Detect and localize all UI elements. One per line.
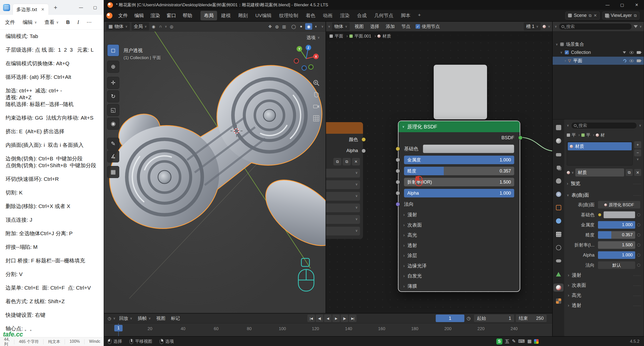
properties-section-row[interactable]: ›漫射······ [567, 270, 641, 280]
tool-cursor[interactable]: ⊕ [107, 61, 119, 73]
workspace-tab[interactable]: 纹理绘制 [275, 11, 302, 20]
animate-dot[interactable] [637, 223, 640, 226]
surface-shader-button[interactable]: 原理化 BSDF [598, 201, 640, 209]
animate-dot[interactable] [637, 213, 640, 216]
properties-section-row[interactable]: ›次表面······ [567, 280, 641, 290]
shader-menu-item[interactable]: 视图 [351, 22, 367, 30]
properties-editor[interactable]: ∨ 搜索 ∨ 平 平 材 材质 [553, 119, 644, 336]
animate-dot[interactable] [637, 233, 640, 236]
normal-socket[interactable] [396, 202, 400, 206]
tool-box-select[interactable]: ◻ [107, 44, 119, 56]
timeline-menu-item[interactable]: 视图 [153, 314, 168, 322]
timeline-ruler[interactable]: 1 20406080100120140160180200220240 [104, 323, 552, 336]
menubar-item[interactable]: 文件 [115, 11, 131, 20]
shader-editor[interactable]: ∨ 物体 ∨ 视图 选择 添加 节点 ✓ 使用节点 槽 1 ∨ ∨ [326, 21, 552, 313]
material-slot-list[interactable]: 材质 [567, 141, 633, 165]
workspace-tab[interactable]: 动画 [319, 11, 336, 20]
base-color-socket[interactable] [396, 147, 400, 151]
mode-dropdown[interactable]: ▦ 物体 ∨ [106, 22, 130, 30]
tab-constraint-properties[interactable] [553, 257, 564, 265]
more-options-icon[interactable]: ⋯ [87, 19, 92, 25]
alpha-slider[interactable]: Alpha 1.000 [404, 189, 514, 197]
principled-bsdf-node[interactable]: ∨ 原理化 BSDF BSDF 基础色 金属度 1.000 [398, 121, 520, 292]
gizmo-toggle-icon[interactable]: ✥ [267, 24, 273, 29]
remove-slot-button[interactable]: − [634, 149, 641, 156]
ior-socket[interactable] [396, 180, 400, 184]
normal-value-button[interactable]: 默认 [598, 261, 635, 269]
node-section-row[interactable]: ›透射 [398, 240, 520, 251]
workspace-tab[interactable]: 渲染 [336, 11, 353, 20]
tool-add-cube[interactable]: ▦ [107, 166, 119, 178]
tab-view-layer-properties[interactable] [553, 163, 564, 171]
playback-jump-start-button[interactable]: |◀ [307, 315, 315, 322]
panel-grip[interactable]: ······ [633, 294, 641, 297]
disable-render-icon[interactable] [637, 59, 641, 62]
outliner-row-scene-collection[interactable]: ∨ 场景集合 [553, 40, 644, 48]
projection-dropdown[interactable] [326, 180, 360, 189]
ime-toolbox[interactable]: ▦ [527, 338, 532, 344]
tool-measure[interactable]: ∡ [107, 150, 119, 162]
tab-texture-properties[interactable] [553, 297, 564, 305]
editor-type-icon[interactable]: ∨ [328, 25, 330, 28]
tool-transform[interactable]: ◉ [107, 118, 119, 130]
base-color-swatch[interactable] [423, 145, 514, 153]
tab-world-properties[interactable] [553, 190, 564, 198]
ime-grid-icon[interactable] [534, 339, 539, 344]
shading-solid-button[interactable]: ● [298, 23, 305, 30]
menubar-item[interactable]: 帮助 [179, 11, 195, 20]
close-button[interactable]: ✕ [629, 0, 644, 10]
properties-breadcrumb-item[interactable]: 平 [581, 132, 594, 138]
collection-checkbox[interactable]: ✓ [565, 50, 569, 54]
ime-badge-icon[interactable]: S [496, 338, 502, 344]
proportional-edit-icon[interactable]: ◎ [169, 24, 174, 29]
autokey-clock-icon[interactable]: ◷ [467, 316, 471, 321]
duplicate-image-icon[interactable]: ⧉ [343, 158, 351, 165]
breadcrumb-item[interactable]: 平面 [330, 33, 348, 39]
tab-close-icon[interactable]: ✕ [41, 7, 45, 12]
shading-material-button[interactable]: ◉ [305, 23, 312, 30]
image-texture-node[interactable]: 颜色 Alpha ⧉ ⧉ ✕ [326, 122, 363, 239]
properties-section-row[interactable]: ›高光······ [567, 290, 641, 300]
workspace-tab[interactable]: UV编辑 [252, 11, 275, 20]
tab-physics-properties[interactable] [553, 244, 564, 252]
roughness-socket[interactable] [396, 169, 400, 173]
tab-particle-properties[interactable] [553, 230, 564, 238]
workspace-tab[interactable]: 脚本 [397, 11, 414, 20]
node-section-row[interactable]: ›漫射 [398, 210, 520, 220]
metallic-slider[interactable]: 金属度 1.000 [404, 156, 514, 164]
current-frame-field[interactable]: 1 [436, 315, 464, 322]
notepad-menu-item[interactable]: 编辑 [23, 19, 37, 26]
timeline-editor-icon[interactable]: ◷ [107, 316, 112, 321]
expand-icon[interactable]: › [565, 59, 566, 62]
panel-grip[interactable]: ······ [633, 284, 641, 287]
minimize-button[interactable]: — [600, 0, 615, 10]
color-output-socket[interactable] [361, 137, 366, 142]
image-source-dropdown[interactable] [326, 227, 360, 235]
shader-type-dropdown[interactable]: 物体 ∨ [332, 22, 350, 30]
roughness-slider[interactable]: 0.357 [598, 231, 635, 239]
properties-section-row[interactable]: ›透射······ [567, 300, 641, 310]
frame-end-field[interactable]: 结束 250 [516, 315, 547, 322]
node-section-row[interactable]: ›次表面 [398, 220, 520, 230]
outliner-search-input[interactable]: 搜索 [559, 23, 632, 30]
ior-slider[interactable]: 1.500 [598, 241, 635, 249]
timeline[interactable]: ◷ ∨ 回放 插帧 视图 标记 |◀ ◀| ◀ ▶ |▶ ▶| 1 ◷ 起始 1… [104, 313, 552, 336]
shader-menu-item[interactable]: 节点 [398, 22, 414, 30]
material-slot-dropdown[interactable]: 槽 1 ∨ [524, 22, 541, 30]
alpha-output-socket[interactable] [361, 149, 366, 153]
node-section-row[interactable]: ›涂层 [398, 251, 520, 261]
panel-grip[interactable]: ······ [633, 193, 641, 197]
notepad-text-area[interactable]: 编辑模式: Tab 子层级选择: 点 线 面: 1 2 3 元素: L 在编辑模… [0, 30, 104, 337]
tab-render-properties[interactable] [553, 137, 564, 145]
panel-grip[interactable]: ······ [633, 304, 641, 307]
ime-mode[interactable]: 五 [505, 338, 509, 344]
animate-dot[interactable] [637, 264, 640, 267]
workspace-tab[interactable]: 着色 [302, 11, 319, 20]
roughness-slider[interactable]: 糙度 0.357 [404, 167, 514, 175]
unlink-material-icon[interactable]: ✕ [634, 169, 641, 176]
pivot-dropdown[interactable]: ◉ [151, 24, 156, 29]
collapse-icon[interactable]: ∨ [402, 125, 405, 128]
blender-menu-icon[interactable] [106, 13, 112, 19]
grid-view-icon[interactable] [312, 115, 320, 122]
playback-prev-key-button[interactable]: ◀| [316, 315, 323, 322]
